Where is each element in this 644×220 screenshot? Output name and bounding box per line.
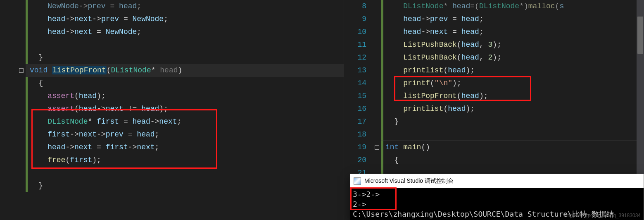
scrollbar-thumb[interactable]	[637, 17, 643, 54]
code-line[interactable]: {	[381, 154, 644, 167]
fold-toggle[interactable]: -	[375, 145, 379, 150]
editor-pane-left[interactable]: - NewNode->prev = head; head->next->prev…	[0, 0, 344, 220]
code-line[interactable]: free(first);	[26, 154, 344, 167]
code-line[interactable]	[381, 128, 644, 141]
scrollbar-vertical[interactable]	[637, 0, 644, 174]
line-number: 13	[344, 64, 366, 77]
console-titlebar[interactable]: Microsoft Visual Studio 调试控制台	[350, 174, 644, 188]
gutter-right: 89101112131415161718192021	[344, 0, 374, 179]
code-line[interactable]: assert(head);	[26, 90, 344, 103]
line-number: 18	[344, 128, 366, 141]
line-number: 17	[344, 115, 366, 128]
code-line[interactable]: NewNode->prev = head;	[26, 0, 344, 13]
line-number: 19	[344, 141, 366, 154]
code-line[interactable]: }	[26, 51, 344, 64]
code-area-left[interactable]: NewNode->prev = head; head->next->prev =…	[26, 0, 344, 192]
code-line[interactable]: void listPopFront(DListNode* head)	[26, 64, 344, 77]
watermark-text: https://blog.csdn.net/qq_39183034	[565, 213, 641, 218]
code-line[interactable]	[26, 38, 344, 51]
line-number: 14	[344, 77, 366, 90]
code-line[interactable]: }	[381, 115, 644, 128]
code-line[interactable]: printlist(head);	[381, 64, 644, 77]
code-line[interactable]: first->next->prev = head;	[26, 128, 344, 141]
line-number: 8	[344, 0, 366, 13]
code-line[interactable]: printlist(head);	[381, 103, 644, 115]
code-line[interactable]: head->next = NewNode;	[26, 26, 344, 38]
code-line[interactable]: head->next = head;	[381, 26, 644, 38]
line-number: 12	[344, 51, 366, 64]
line-number: 9	[344, 13, 366, 26]
line-number: 16	[344, 103, 366, 115]
code-line[interactable]: head->next->prev = NewNode;	[26, 13, 344, 26]
code-line[interactable]: }	[26, 179, 344, 192]
code-line[interactable]: head->next = first->next;	[26, 141, 344, 154]
code-line[interactable]: {	[26, 77, 344, 90]
line-number: 20	[344, 154, 366, 167]
fold-toggle[interactable]: -	[19, 68, 24, 73]
code-line[interactable]: ListPushBack(head, 3);	[381, 38, 644, 51]
code-line[interactable]: ListPushBack(head, 2);	[381, 51, 644, 64]
code-line[interactable]: DListNode* head=(DListNode*)malloc(s	[381, 0, 644, 13]
code-line[interactable]: listPopFront(head);	[381, 90, 644, 103]
code-line[interactable]: head->prev = head;	[381, 13, 644, 26]
code-line[interactable]	[26, 167, 344, 179]
line-number: 15	[344, 90, 366, 103]
line-number: 11	[344, 38, 366, 51]
console-title: Microsoft Visual Studio 调试控制台	[364, 177, 454, 185]
code-line[interactable]: DListNode* first = head->next;	[26, 115, 344, 128]
code-area-right[interactable]: DListNode* head=(DListNode*)malloc(s hea…	[381, 0, 644, 179]
code-line[interactable]: printf("\n");	[381, 77, 644, 90]
line-number: 10	[344, 26, 366, 38]
console-icon	[354, 177, 361, 185]
code-line[interactable]: int main()	[381, 141, 644, 154]
code-line[interactable]: assert(head->next != head);	[26, 103, 344, 115]
